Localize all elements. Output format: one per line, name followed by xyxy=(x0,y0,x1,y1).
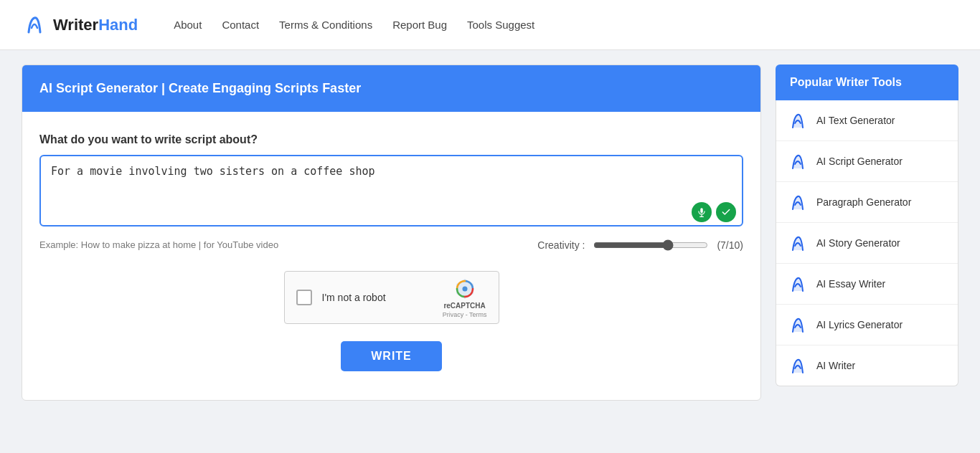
creativity-slider[interactable] xyxy=(593,239,708,251)
tool-icon-paragraph-generator xyxy=(788,192,808,212)
captcha-label: I'm not a robot xyxy=(322,292,433,303)
tool-name-ai-script-generator: AI Script Generator xyxy=(816,156,903,167)
right-panel: Popular Writer Tools AI Text Generator A… xyxy=(776,65,958,401)
script-textarea[interactable] xyxy=(39,155,743,226)
tool-icon-lyrics-generator xyxy=(788,315,808,335)
main-content: AI Script Generator | Create Engaging Sc… xyxy=(0,50,980,415)
textarea-icons xyxy=(692,202,736,222)
tool-item-ai-script-generator[interactable]: AI Script Generator xyxy=(776,141,958,182)
tool-item-ai-writer[interactable]: AI Writer xyxy=(776,345,958,386)
navbar: WriterHand About Contact Terms & Conditi… xyxy=(0,0,980,50)
tool-item-paragraph-generator[interactable]: Paragraph Generator xyxy=(776,182,958,223)
captcha-wrap: I'm not a robot reCAPTCHA Privacy xyxy=(39,271,743,324)
tool-icon-ai-writer xyxy=(788,356,808,376)
mic-icon xyxy=(697,207,707,217)
nav-links: About Contact Terms & Conditions Report … xyxy=(174,19,534,32)
example-text: Example: How to make pizza at home | for… xyxy=(39,239,278,250)
creativity-label: Creativity : xyxy=(537,239,585,251)
mic-button[interactable] xyxy=(692,202,712,222)
write-btn-wrap: WRITE xyxy=(39,341,743,371)
recaptcha-brand: reCAPTCHA xyxy=(443,302,485,310)
tool-name-ai-writer: AI Writer xyxy=(816,360,855,371)
logo-text: WriterHand xyxy=(53,16,138,34)
tool-item-ai-text-generator[interactable]: AI Text Generator xyxy=(776,100,958,141)
captcha-small-text: Privacy - Terms xyxy=(443,311,487,318)
tool-name-ai-essay-writer: AI Essay Writer xyxy=(816,278,885,290)
panel-header: AI Script Generator | Create Engaging Sc… xyxy=(22,65,760,112)
tool-list: AI Text Generator AI Script Generator Pa… xyxy=(776,100,958,386)
tool-icon-story-generator xyxy=(788,233,808,253)
creativity-value: (7/10) xyxy=(717,239,743,251)
tool-icon-script-generator xyxy=(788,151,808,171)
svg-rect-0 xyxy=(700,208,703,213)
below-textarea: Example: How to make pizza at home | for… xyxy=(39,234,743,251)
nav-terms[interactable]: Terms & Conditions xyxy=(279,19,372,32)
nav-report-bug[interactable]: Report Bug xyxy=(392,19,447,32)
panel-body: What do you want to write script about? xyxy=(22,112,760,400)
recaptcha-icon xyxy=(453,277,476,300)
captcha-checkbox[interactable] xyxy=(296,290,312,305)
textarea-wrap xyxy=(39,155,743,229)
captcha-logo: reCAPTCHA Privacy - Terms xyxy=(443,277,487,318)
tool-icon-essay-writer xyxy=(788,274,808,294)
logo-icon xyxy=(22,12,47,38)
tool-name-ai-story-generator: AI Story Generator xyxy=(816,237,900,249)
nav-contact[interactable]: Contact xyxy=(222,19,259,32)
write-button[interactable]: WRITE xyxy=(341,341,442,371)
nav-about[interactable]: About xyxy=(174,19,202,32)
logo[interactable]: WriterHand xyxy=(22,12,138,38)
check-button[interactable] xyxy=(716,202,736,222)
tool-name-paragraph-generator: Paragraph Generator xyxy=(816,196,911,208)
field-label: What do you want to write script about? xyxy=(39,133,743,146)
nav-tools-suggest[interactable]: Tools Suggest xyxy=(467,19,534,32)
left-panel: AI Script Generator | Create Engaging Sc… xyxy=(22,65,761,401)
tool-item-ai-story-generator[interactable]: AI Story Generator xyxy=(776,223,958,264)
captcha-box: I'm not a robot reCAPTCHA Privacy xyxy=(284,271,499,324)
popular-tools-header: Popular Writer Tools xyxy=(776,65,958,100)
tool-name-ai-lyrics-generator: AI Lyrics Generator xyxy=(816,319,903,330)
tool-item-ai-essay-writer[interactable]: AI Essay Writer xyxy=(776,264,958,305)
check-icon xyxy=(721,207,731,217)
tool-item-ai-lyrics-generator[interactable]: AI Lyrics Generator xyxy=(776,305,958,345)
svg-point-3 xyxy=(462,286,467,291)
creativity-row: Creativity : (7/10) xyxy=(537,239,743,251)
tool-icon-text-generator xyxy=(788,110,808,130)
tool-name-ai-text-generator: AI Text Generator xyxy=(816,115,895,126)
